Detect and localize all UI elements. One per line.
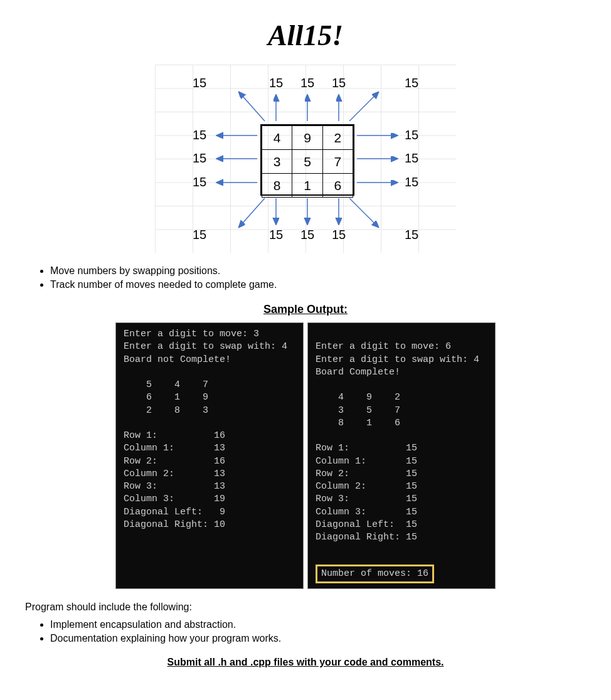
- terminal-left: Enter a digit to move: 3 Enter a digit t…: [115, 322, 304, 589]
- bullet-item: Track number of moves needed to complete…: [50, 279, 586, 290]
- bottom-bullets: Implement encapsulation and abstraction.…: [50, 619, 586, 644]
- outer-sum-b3: 15: [332, 228, 346, 242]
- moves-highlight: Number of moves: 16: [316, 565, 434, 583]
- cell-1-2: 7: [322, 150, 353, 174]
- diagram-container: 15 15 15 15 15 15 15 15 15 15 15 15 15 1…: [25, 65, 586, 253]
- outer-sum-r2: 15: [405, 151, 418, 166]
- page-title: All15!: [25, 19, 586, 52]
- svg-line-4: [349, 93, 378, 121]
- sample-output-heading: Sample Output:: [25, 303, 586, 316]
- cell-1-0: 3: [262, 150, 292, 174]
- cell-0-2: 2: [322, 126, 353, 150]
- outer-sum-r3: 15: [405, 175, 418, 189]
- submit-instruction: Submit all .h and .cpp files with your c…: [25, 657, 586, 668]
- terminal-right: Enter a digit to move: 6 Enter a digit t…: [307, 322, 496, 589]
- top-bullets: Move numbers by swapping positions. Trac…: [50, 265, 586, 290]
- cell-1-1: 5: [292, 150, 322, 174]
- outer-sum-l1: 15: [193, 128, 206, 142]
- outer-sum-t1: 15: [269, 76, 283, 90]
- magic-square: 4 9 2 3 5 7 8 1 6: [260, 124, 354, 196]
- terminal-row: Enter a digit to move: 3 Enter a digit t…: [25, 322, 586, 589]
- outer-sum-tr: 15: [405, 76, 418, 90]
- outer-sum-l2: 15: [193, 151, 206, 166]
- include-paragraph: Program should include the following:: [25, 602, 586, 613]
- outer-sum-b1: 15: [269, 228, 283, 242]
- outer-sum-b2: 15: [300, 228, 314, 242]
- cell-0-1: 9: [292, 126, 322, 150]
- outer-sum-br: 15: [405, 228, 418, 242]
- outer-sum-t3: 15: [332, 76, 346, 90]
- svg-line-11: [240, 198, 265, 226]
- bullet-item: Documentation explaining how your progra…: [50, 633, 586, 644]
- terminal-right-body: Enter a digit to move: 6 Enter a digit t…: [316, 341, 479, 543]
- outer-sum-bl: 15: [193, 228, 206, 242]
- outer-sum-t2: 15: [300, 76, 314, 90]
- bullet-item: Implement encapsulation and abstraction.: [50, 619, 586, 630]
- cell-2-0: 8: [262, 174, 292, 198]
- outer-sum-tl: 15: [193, 76, 206, 90]
- cell-2-2: 6: [322, 174, 353, 198]
- outer-sum-r1: 15: [405, 128, 418, 142]
- bullet-item: Move numbers by swapping positions.: [50, 265, 586, 277]
- svg-line-15: [349, 198, 378, 226]
- svg-line-0: [240, 93, 265, 121]
- cell-2-1: 1: [292, 174, 322, 198]
- cell-0-0: 4: [262, 126, 292, 150]
- outer-sum-l3: 15: [193, 175, 206, 189]
